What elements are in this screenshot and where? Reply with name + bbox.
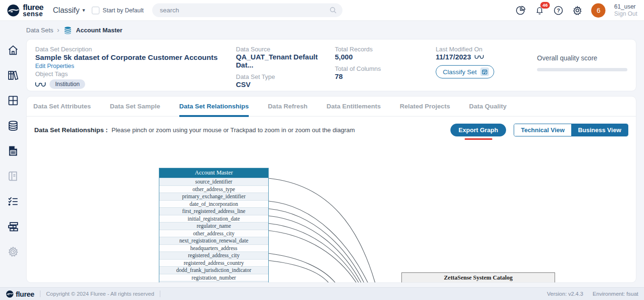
sidebar-home-icon[interactable] bbox=[7, 44, 20, 56]
classify-menu[interactable]: Classify ▾ bbox=[53, 6, 85, 15]
reports-pie-icon[interactable] bbox=[516, 5, 526, 16]
tag-institution[interactable]: Institution bbox=[49, 79, 85, 89]
username: 61_user bbox=[614, 3, 637, 10]
last-modified-value: 11/17/2023 bbox=[436, 53, 471, 61]
dataset-database-icon bbox=[63, 26, 72, 35]
sidebar-library-icon[interactable] bbox=[7, 69, 20, 81]
avatar[interactable]: 6 bbox=[591, 3, 605, 18]
tab-data-refresh[interactable]: Data Refresh bbox=[268, 97, 307, 116]
view-toggle: Technical View Business View bbox=[514, 124, 628, 136]
footer-brand-text: fluree bbox=[16, 290, 34, 298]
classify-set-button[interactable]: Classify Set bbox=[436, 65, 494, 78]
tab-data-set-relationships[interactable]: Data Set Relationships bbox=[179, 97, 249, 116]
notifications-bell-icon[interactable]: 46 bbox=[535, 5, 545, 16]
total-records-value: 5,000 bbox=[335, 53, 436, 61]
erd-field: registered_address_country bbox=[159, 259, 268, 267]
footer-environment: Environment: fsuat bbox=[593, 291, 638, 297]
erd-field: dodd_frank_jurisdiction_indicator bbox=[159, 266, 268, 274]
edit-properties-link[interactable]: Edit Properties bbox=[35, 63, 236, 69]
settings-gear-icon[interactable] bbox=[572, 5, 583, 16]
sidebar-glossary-book-icon[interactable] bbox=[7, 170, 20, 182]
data-source-value: QA_UAT_Tenant Default Dat... bbox=[236, 53, 335, 69]
sign-out-link[interactable]: Sign Out bbox=[614, 10, 637, 17]
classify-label: Classify bbox=[53, 6, 79, 15]
total-columns-label: Total of Columns bbox=[335, 65, 436, 72]
total-records-label: Total Records bbox=[335, 46, 436, 53]
fluree-sense-logo[interactable]: fluree sense bbox=[7, 4, 43, 17]
help-icon[interactable]: ? bbox=[553, 5, 564, 16]
relationships-subheader: Data Set Relationships : Please pinch or… bbox=[27, 116, 636, 142]
erd-table-title: Account Master bbox=[159, 168, 268, 178]
data-source-label: Data Source bbox=[236, 46, 335, 53]
relationship-diagram[interactable]: Account Master source_identifier other_a… bbox=[27, 139, 636, 282]
tab-related-projects[interactable]: Related Projects bbox=[400, 97, 450, 116]
search-input[interactable] bbox=[152, 3, 342, 17]
erd-field: first_registered_address_line bbox=[159, 207, 268, 215]
top-bar: fluree sense Classify ▾ Start by Default bbox=[0, 0, 644, 21]
business-view-option[interactable]: Business View bbox=[571, 124, 628, 136]
erd-field: date_of_incorporation bbox=[159, 200, 268, 208]
erd-field: ultimate_parent_identifier bbox=[159, 281, 268, 282]
erd-field: registered_address_city bbox=[159, 252, 268, 259]
fluree-logo-icon bbox=[6, 290, 14, 298]
notification-count-badge: 46 bbox=[540, 2, 550, 9]
dataset-detail-card: Data Set Attributes Data Set Sample Data… bbox=[26, 96, 636, 283]
erd-field: other_address_type bbox=[159, 185, 268, 193]
sidebar-checklist-icon[interactable] bbox=[7, 195, 20, 207]
fluree-logo-icon bbox=[7, 4, 20, 17]
quality-score-bar bbox=[537, 68, 627, 71]
tab-data-entitlements[interactable]: Data Entitlements bbox=[326, 97, 381, 116]
breadcrumb-data-sets[interactable]: Data Sets bbox=[26, 27, 53, 34]
brand-line2: sense bbox=[23, 11, 43, 17]
export-graph-button[interactable]: Export Graph bbox=[450, 124, 506, 136]
tab-data-set-attributes[interactable]: Data Set Attributes bbox=[33, 97, 91, 116]
left-sidebar bbox=[0, 21, 26, 287]
relationships-title: Data Set Relationships : bbox=[34, 126, 108, 134]
catalog-box-title: ZettaSense System Catalog bbox=[402, 273, 555, 282]
chevron-down-icon: ▾ bbox=[82, 7, 85, 13]
dataset-summary-card: Data Set Description Sample 5k dataset o… bbox=[26, 39, 636, 91]
relationships-hint: Please pinch or zoom using your mouse or… bbox=[112, 126, 355, 134]
glasses-icon[interactable] bbox=[475, 54, 484, 59]
erd-field: next_registration_renewal_date bbox=[159, 237, 268, 244]
sidebar-database-icon[interactable] bbox=[7, 119, 20, 132]
erd-field: registration_number bbox=[159, 274, 268, 281]
tab-bar: Data Set Attributes Data Set Sample Data… bbox=[27, 97, 636, 116]
breadcrumb-current: Account Master bbox=[76, 27, 123, 34]
glasses-icon bbox=[35, 81, 46, 87]
erd-field: initial_registration_date bbox=[159, 215, 268, 223]
user-block: 61_user Sign Out bbox=[614, 3, 637, 17]
erd-field: headquarters_address bbox=[159, 244, 268, 252]
start-by-default-label: Start by Default bbox=[103, 7, 144, 14]
sidebar-dataset-active-icon[interactable] bbox=[7, 145, 20, 157]
calendar-check-icon bbox=[480, 68, 489, 76]
data-set-type-value: CSV bbox=[236, 80, 335, 88]
description-value: Sample 5k dataset of Corporate Customer … bbox=[35, 53, 236, 62]
top-right-actions: 46 ? 6 61_user Sign Out bbox=[516, 3, 637, 18]
search-icon bbox=[330, 7, 337, 14]
breadcrumb-chevron-icon: › bbox=[57, 26, 59, 34]
main-content: Data Sets › Account Master Data Set Desc… bbox=[26, 21, 644, 287]
last-modified-label: Last Modified On bbox=[436, 46, 537, 53]
technical-view-option[interactable]: Technical View bbox=[514, 124, 571, 136]
start-by-default-control: Start by Default bbox=[92, 7, 144, 14]
tab-data-set-sample[interactable]: Data Set Sample bbox=[110, 97, 160, 116]
data-set-type-label: Data Set Type bbox=[236, 73, 335, 80]
search-container bbox=[152, 3, 342, 17]
erd-field: source_identifier bbox=[159, 178, 268, 185]
erd-field: primary_exchange_identifier bbox=[159, 193, 268, 200]
start-by-default-checkbox[interactable] bbox=[92, 7, 99, 14]
erd-field: regulator_name bbox=[159, 222, 268, 230]
description-label: Data Set Description bbox=[35, 46, 236, 53]
sidebar-grid-icon[interactable] bbox=[7, 94, 20, 106]
footer-version: Version: v2.4.3 bbox=[547, 291, 583, 297]
footer-copyright: Copyright © 2024 Fluree - All rights res… bbox=[46, 291, 154, 297]
sidebar-stacked-rows-icon[interactable] bbox=[7, 220, 20, 232]
quality-score-label: Overall quality score bbox=[537, 54, 627, 62]
svg-text:?: ? bbox=[557, 7, 560, 13]
erd-box-zettasense-catalog[interactable]: ZettaSense System Catalog bbox=[401, 272, 555, 282]
footer-logo: fluree bbox=[6, 290, 34, 298]
sidebar-scheduler-gear-icon[interactable] bbox=[7, 245, 20, 258]
erd-table-account-master[interactable]: Account Master source_identifier other_a… bbox=[159, 168, 269, 282]
tab-data-quality[interactable]: Data Quality bbox=[469, 97, 507, 116]
